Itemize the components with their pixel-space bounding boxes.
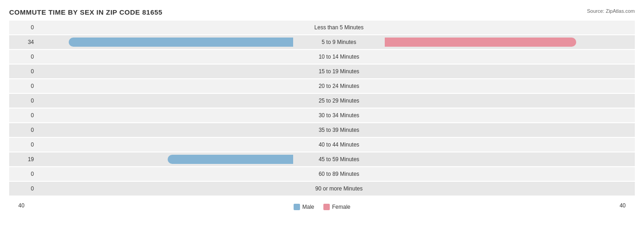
female-value: 0 xyxy=(641,141,644,148)
female-bar xyxy=(385,38,576,47)
female-value: 0 xyxy=(641,24,644,31)
male-bar-container xyxy=(37,169,293,179)
male-bar-container xyxy=(37,155,293,164)
female-bar-container xyxy=(385,67,641,76)
female-bar-container xyxy=(385,52,641,61)
row-label: 15 to 19 Minutes xyxy=(293,68,385,75)
male-bar-container xyxy=(37,38,293,47)
female-bar-container xyxy=(385,23,641,32)
male-bar-container xyxy=(37,67,293,76)
male-bar-container xyxy=(37,140,293,149)
female-value: 0 xyxy=(641,98,644,104)
male-value: 0 xyxy=(9,185,37,192)
female-value: 0 xyxy=(641,171,644,177)
male-value: 0 xyxy=(9,171,37,177)
male-bar-container xyxy=(37,96,293,105)
female-bar-container xyxy=(385,155,641,164)
male-bar-container xyxy=(37,23,293,32)
female-label: Female xyxy=(332,204,350,210)
chart-row: 0 40 to 44 Minutes 0 xyxy=(9,138,635,152)
female-bar-container xyxy=(385,140,641,149)
male-value: 0 xyxy=(9,68,37,75)
row-label: 10 to 14 Minutes xyxy=(293,54,385,60)
female-bar-container xyxy=(385,111,641,120)
male-bar xyxy=(69,38,293,47)
female-value: 29 xyxy=(641,39,644,45)
chart-row: 34 5 to 9 Minutes 29 xyxy=(9,35,635,49)
male-value: 34 xyxy=(9,39,37,45)
chart-title: COMMUTE TIME BY SEX IN ZIP CODE 81655 xyxy=(9,8,635,16)
row-label: Less than 5 Minutes xyxy=(293,24,385,31)
male-label: Male xyxy=(302,204,314,210)
row-label: 20 to 24 Minutes xyxy=(293,83,385,89)
male-value: 0 xyxy=(9,24,37,31)
female-value: 0 xyxy=(641,112,644,119)
male-value: 0 xyxy=(9,112,37,119)
chart-row: 0 60 to 89 Minutes 0 xyxy=(9,167,635,181)
chart-row: 0 20 to 24 Minutes 0 xyxy=(9,79,635,93)
female-value: 0 xyxy=(641,185,644,192)
male-swatch xyxy=(294,204,300,210)
legend-male: Male xyxy=(294,204,314,210)
axis-left-label: 40 xyxy=(18,202,55,209)
bottom-area: 40 Male Female 40 xyxy=(9,201,635,210)
chart-row: 0 30 to 34 Minutes 0 xyxy=(9,109,635,122)
row-label: 45 to 59 Minutes xyxy=(293,156,385,163)
male-value: 0 xyxy=(9,141,37,148)
chart-row: 0 25 to 29 Minutes 0 xyxy=(9,94,635,108)
chart-row: 0 35 to 39 Minutes 0 xyxy=(9,123,635,137)
male-bar-container xyxy=(37,125,293,135)
female-bar-container xyxy=(385,96,641,105)
male-bar-container xyxy=(37,81,293,91)
female-value: 0 xyxy=(641,156,644,163)
male-value: 0 xyxy=(9,127,37,133)
female-value: 0 xyxy=(641,68,644,75)
chart-row: 0 90 or more Minutes 0 xyxy=(9,182,635,196)
row-label: 60 to 89 Minutes xyxy=(293,171,385,177)
row-label: 5 to 9 Minutes xyxy=(293,39,385,45)
female-swatch xyxy=(323,204,330,210)
male-bar-container xyxy=(37,184,293,193)
row-label: 90 or more Minutes xyxy=(293,185,385,192)
row-label: 30 to 34 Minutes xyxy=(293,112,385,119)
chart-row: 19 45 to 59 Minutes 0 xyxy=(9,152,635,166)
legend: Male Female xyxy=(294,204,350,210)
axis-right-label: 40 xyxy=(589,202,626,209)
row-label: 25 to 29 Minutes xyxy=(293,98,385,104)
female-value: 0 xyxy=(641,127,644,133)
male-value: 0 xyxy=(9,98,37,104)
female-value: 0 xyxy=(641,54,644,60)
row-label: 35 to 39 Minutes xyxy=(293,127,385,133)
male-value: 19 xyxy=(9,156,37,163)
female-bar-container xyxy=(385,38,641,47)
male-bar xyxy=(168,155,293,164)
female-bar-container xyxy=(385,125,641,135)
male-value: 0 xyxy=(9,54,37,60)
row-label: 40 to 44 Minutes xyxy=(293,141,385,148)
legend-female: Female xyxy=(323,204,350,210)
source-text: Source: ZipAtlas.com xyxy=(587,8,635,14)
chart-area: 0 Less than 5 Minutes 0 34 5 to 9 Minute… xyxy=(9,21,635,199)
male-value: 0 xyxy=(9,83,37,89)
female-bar-container xyxy=(385,81,641,91)
female-bar-container xyxy=(385,169,641,179)
female-bar-container xyxy=(385,184,641,193)
chart-row: 0 10 to 14 Minutes 0 xyxy=(9,50,635,64)
female-value: 0 xyxy=(641,83,644,89)
male-bar-container xyxy=(37,52,293,61)
chart-row: 0 Less than 5 Minutes 0 xyxy=(9,21,635,34)
male-bar-container xyxy=(37,111,293,120)
chart-container: COMMUTE TIME BY SEX IN ZIP CODE 81655 So… xyxy=(0,0,644,239)
chart-row: 0 15 to 19 Minutes 0 xyxy=(9,65,635,78)
